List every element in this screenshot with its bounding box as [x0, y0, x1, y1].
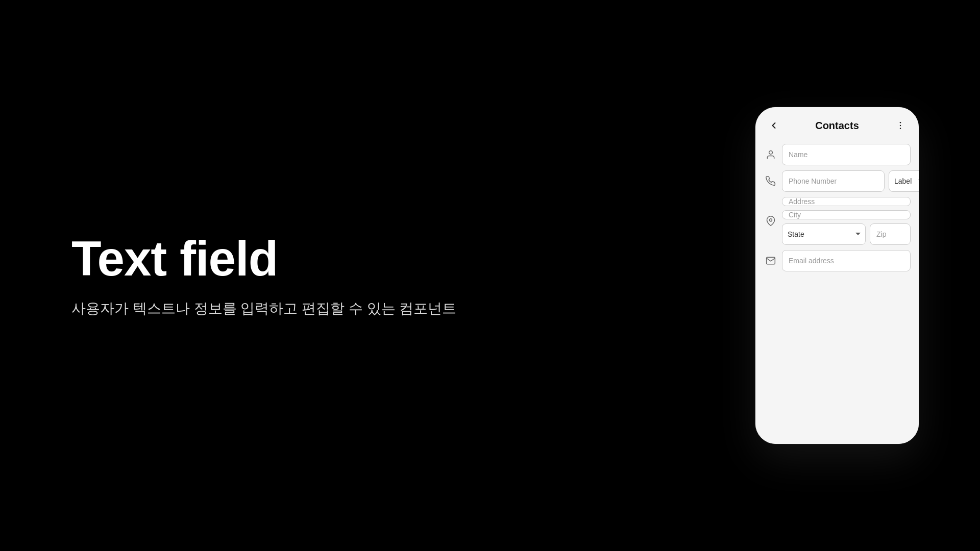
phone-icon — [766, 176, 776, 186]
state-zip-row: State AL CA NY TX — [782, 223, 911, 245]
svg-point-4 — [770, 219, 772, 221]
email-icon — [766, 256, 776, 266]
back-button[interactable] — [766, 117, 782, 134]
location-icon-container — [764, 214, 778, 228]
person-icon — [766, 149, 776, 160]
city-input[interactable] — [782, 210, 911, 219]
person-icon-container — [764, 147, 778, 162]
phone-mockup: Contacts — [755, 107, 919, 444]
name-input[interactable] — [782, 144, 911, 165]
phone-number-input[interactable] — [782, 170, 885, 192]
phone-header: Contacts — [755, 107, 919, 140]
back-icon — [769, 120, 779, 131]
email-row — [764, 250, 911, 271]
email-icon-container — [764, 254, 778, 268]
phone-row: Label Mobile Home Work Other — [764, 170, 911, 192]
address-input[interactable] — [782, 197, 911, 206]
name-row — [764, 144, 911, 165]
more-icon — [895, 120, 905, 131]
left-section: Text field 사용자가 텍스트나 정보를 입력하고 편집할 수 있는 컴… — [0, 232, 755, 319]
svg-point-1 — [900, 125, 901, 127]
more-button[interactable] — [892, 117, 909, 134]
svg-point-3 — [769, 151, 773, 155]
zip-input[interactable] — [870, 223, 911, 245]
svg-point-2 — [900, 128, 901, 130]
email-input[interactable] — [782, 250, 911, 271]
contacts-title: Contacts — [815, 120, 859, 132]
label-select[interactable]: Label Mobile Home Work Other — [889, 170, 919, 192]
address-row: State AL CA NY TX — [764, 197, 911, 245]
right-section: Contacts — [755, 107, 980, 444]
page-subtitle: 사용자가 텍스트나 정보를 입력하고 편집할 수 있는 컴포넌트 — [71, 298, 715, 319]
page-title: Text field — [71, 232, 715, 286]
phone-icon-container — [764, 174, 778, 188]
phone-content: Label Mobile Home Work Other — [755, 140, 919, 444]
state-select[interactable]: State AL CA NY TX — [782, 223, 866, 245]
svg-point-0 — [900, 122, 901, 123]
location-icon — [766, 216, 776, 226]
